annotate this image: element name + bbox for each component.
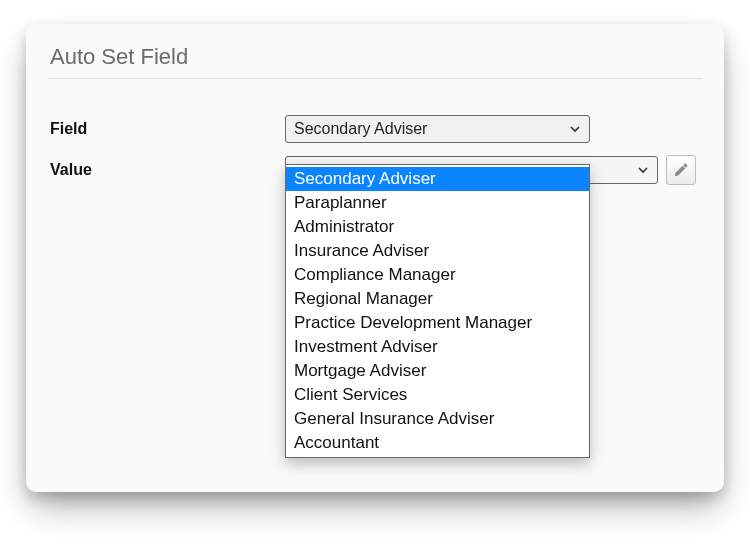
select-field-value: Secondary Adviser	[294, 120, 427, 137]
divider	[48, 78, 702, 79]
edit-button[interactable]	[666, 155, 696, 185]
select-field-option[interactable]: Mortgage Adviser	[286, 359, 589, 383]
label-field: Field	[48, 120, 285, 138]
panel-title: Auto Set Field	[50, 44, 702, 70]
select-field-option[interactable]: General Insurance Adviser	[286, 407, 589, 431]
select-field-option[interactable]: Administrator	[286, 215, 589, 239]
row-field: Field Secondary Adviser	[48, 115, 702, 143]
select-field-listbox[interactable]: Secondary AdviserParaplannerAdministrato…	[285, 164, 590, 458]
label-value: Value	[48, 161, 285, 179]
select-field-option[interactable]: Investment Adviser	[286, 335, 589, 359]
select-field-option[interactable]: Secondary Adviser	[286, 167, 589, 191]
chevron-down-icon	[569, 123, 581, 135]
select-field-option[interactable]: Client Services	[286, 383, 589, 407]
select-field-option[interactable]: Accountant	[286, 431, 589, 455]
select-field[interactable]: Secondary Adviser	[285, 115, 590, 143]
select-field-option[interactable]: Paraplanner	[286, 191, 589, 215]
pencil-icon	[673, 162, 689, 178]
select-field-option[interactable]: Regional Manager	[286, 287, 589, 311]
chevron-down-icon	[637, 164, 649, 176]
auto-set-field-panel: Auto Set Field Field Secondary Adviser V…	[26, 24, 724, 492]
select-field-option[interactable]: Insurance Adviser	[286, 239, 589, 263]
select-field-option[interactable]: Compliance Manager	[286, 263, 589, 287]
select-field-option[interactable]: Practice Development Manager	[286, 311, 589, 335]
